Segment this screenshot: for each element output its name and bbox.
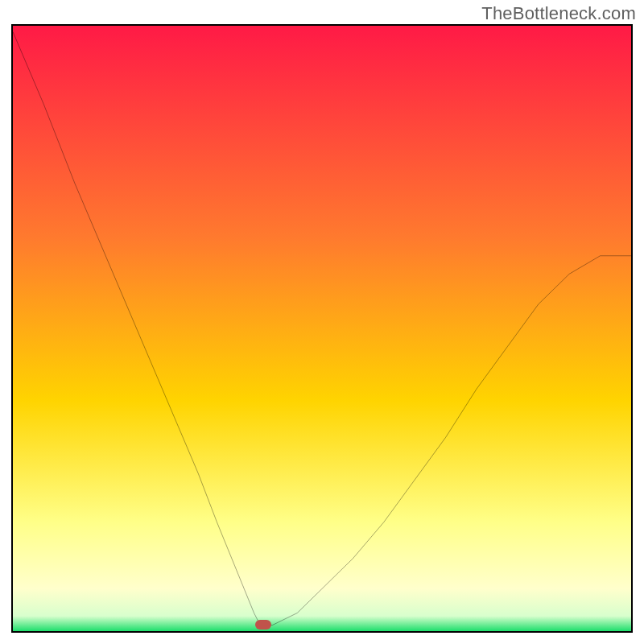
chart-frame: TheBottleneck.com	[0, 0, 644, 644]
plot-svg	[13, 26, 631, 631]
gradient-background	[13, 26, 631, 631]
watermark-text: TheBottleneck.com	[481, 3, 636, 24]
optimal-point-marker	[255, 620, 271, 630]
plot-area	[11, 24, 633, 633]
